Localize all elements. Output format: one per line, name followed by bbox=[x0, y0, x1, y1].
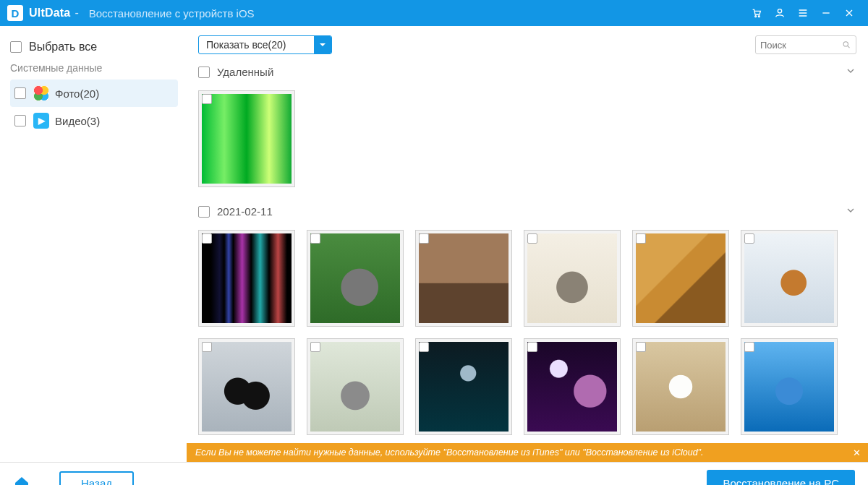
app-subtitle: Восстановление с устройств iOS bbox=[89, 7, 255, 20]
thumb-checkbox[interactable] bbox=[419, 342, 429, 352]
photo-thumb[interactable] bbox=[741, 338, 838, 435]
video-icon: ▶ bbox=[33, 113, 49, 129]
photo-thumb[interactable] bbox=[524, 338, 621, 435]
sidebar-item-label: Фото(20) bbox=[55, 87, 174, 100]
svg-point-0 bbox=[755, 16, 757, 17]
select-all-label: Выбрать все bbox=[29, 40, 97, 53]
thumb-checkbox[interactable] bbox=[202, 94, 212, 104]
search-input[interactable] bbox=[760, 40, 842, 51]
photo-icon bbox=[33, 85, 49, 101]
search-icon bbox=[842, 40, 851, 50]
hint-bar: Если Вы не можете найти нужные данные, и… bbox=[187, 443, 868, 462]
title-separator: - bbox=[75, 7, 78, 20]
photo-thumb[interactable] bbox=[415, 338, 512, 435]
thumb-checkbox[interactable] bbox=[310, 233, 320, 244]
thumb-checkbox[interactable] bbox=[527, 342, 537, 352]
footer: Назад Восстановление на PC bbox=[0, 462, 868, 485]
thumb-grid bbox=[198, 83, 856, 200]
hint-close-icon[interactable]: ✕ bbox=[849, 443, 864, 462]
svg-point-2 bbox=[778, 9, 781, 13]
back-button[interactable]: Назад bbox=[59, 471, 134, 486]
filter-dropdown[interactable]: Показать все(20) bbox=[198, 35, 332, 54]
thumb-checkbox[interactable] bbox=[202, 342, 212, 352]
group-header-date[interactable]: 2021-02-11 bbox=[198, 200, 856, 223]
home-icon[interactable] bbox=[13, 475, 30, 486]
thumb-checkbox[interactable] bbox=[310, 342, 320, 352]
select-all-row[interactable]: Выбрать все bbox=[10, 40, 178, 53]
photo-thumb[interactable] bbox=[198, 338, 295, 435]
photo-thumb[interactable] bbox=[415, 230, 512, 327]
thumb-checkbox[interactable] bbox=[744, 342, 754, 352]
svg-point-3 bbox=[844, 42, 848, 46]
sidebar-item-video-checkbox[interactable] bbox=[14, 115, 26, 126]
svg-point-1 bbox=[758, 16, 760, 17]
select-all-checkbox[interactable] bbox=[10, 41, 22, 53]
thumb-checkbox[interactable] bbox=[636, 342, 646, 352]
thumb-grid bbox=[198, 223, 856, 443]
group-title: Удаленный bbox=[217, 66, 273, 78]
minimize-icon[interactable] bbox=[814, 0, 838, 26]
toolbar: Показать все(20) bbox=[187, 26, 868, 61]
thumb-checkbox[interactable] bbox=[202, 233, 212, 244]
hint-text: Если Вы не можете найти нужные данные, и… bbox=[195, 447, 704, 458]
group-header-deleted[interactable]: Удаленный bbox=[198, 61, 856, 83]
chevron-down-icon bbox=[314, 35, 331, 54]
main-panel: Показать все(20) Удаленный 2021- bbox=[187, 26, 868, 443]
group-title: 2021-02-11 bbox=[217, 205, 273, 218]
photo-thumb[interactable] bbox=[198, 90, 295, 187]
filter-dropdown-label: Показать все(20) bbox=[206, 39, 286, 51]
titlebar: D UltData - Восстановление с устройств i… bbox=[0, 0, 868, 26]
user-icon[interactable] bbox=[768, 0, 791, 26]
app-name: UltData bbox=[29, 7, 70, 20]
content-scroll[interactable]: Удаленный 2021-02-11 bbox=[187, 61, 868, 443]
chevron-down-icon[interactable] bbox=[845, 65, 856, 79]
photo-thumb[interactable] bbox=[632, 230, 729, 327]
sidebar-section-header: Системные данные bbox=[10, 62, 178, 74]
thumb-checkbox[interactable] bbox=[527, 233, 537, 244]
photo-thumb[interactable] bbox=[741, 230, 838, 327]
sidebar-item-photo[interactable]: Фото(20) bbox=[10, 80, 178, 107]
thumb-checkbox[interactable] bbox=[636, 233, 646, 244]
menu-icon[interactable] bbox=[791, 0, 814, 26]
sidebar: Выбрать все Системные данные Фото(20) ▶ … bbox=[0, 26, 187, 443]
chevron-down-icon[interactable] bbox=[845, 205, 856, 218]
thumb-checkbox[interactable] bbox=[744, 233, 754, 244]
thumb-checkbox[interactable] bbox=[419, 233, 429, 244]
photo-thumb[interactable] bbox=[632, 338, 729, 435]
recover-button[interactable]: Восстановление на PC bbox=[707, 470, 855, 486]
cart-icon[interactable] bbox=[745, 0, 768, 26]
photo-thumb[interactable] bbox=[524, 230, 621, 327]
group-checkbox[interactable] bbox=[198, 66, 210, 78]
sidebar-item-photo-checkbox[interactable] bbox=[14, 87, 26, 99]
app-logo: D bbox=[7, 5, 23, 21]
close-icon[interactable] bbox=[838, 0, 861, 26]
sidebar-item-video[interactable]: ▶ Видео(3) bbox=[10, 107, 178, 134]
photo-thumb[interactable] bbox=[198, 230, 295, 327]
photo-thumb[interactable] bbox=[307, 338, 404, 435]
sidebar-item-label: Видео(3) bbox=[55, 115, 174, 127]
photo-thumb[interactable] bbox=[307, 230, 404, 327]
search-box[interactable] bbox=[755, 35, 856, 54]
group-checkbox[interactable] bbox=[198, 206, 210, 218]
